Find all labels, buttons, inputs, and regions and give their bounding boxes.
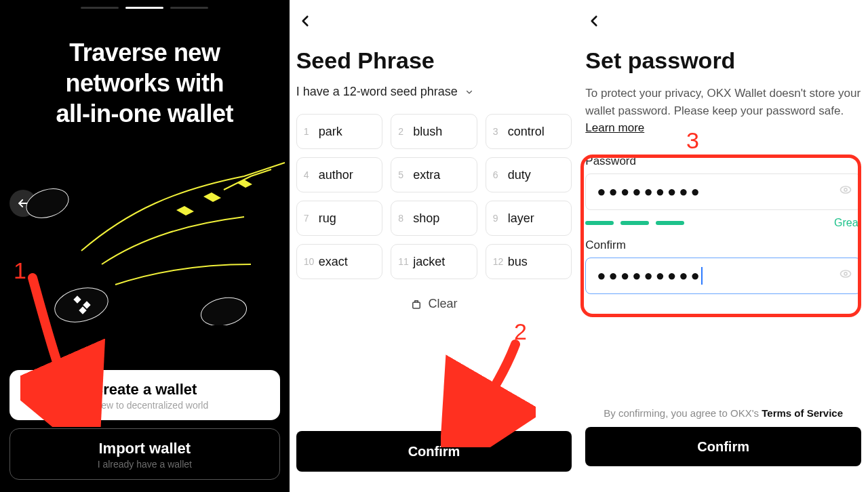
headline: Traverse new networks with all-in-one wa…: [0, 37, 290, 129]
annotation-number: 2: [514, 319, 527, 345]
description: To protect your privacy, OKX Wallet does…: [585, 85, 861, 137]
seed-word-input[interactable]: 5extra: [391, 157, 477, 192]
seed-word: control: [508, 125, 545, 139]
chevron-down-icon: [465, 87, 474, 97]
hero-illustration: [0, 149, 290, 325]
seed-index: 10: [304, 256, 315, 267]
seed-word: layer: [508, 211, 534, 226]
seed-index: 11: [398, 256, 409, 267]
seed-grid: 1park2blush3control4author5extra6duty7ru…: [296, 114, 572, 279]
back-button[interactable]: [585, 12, 603, 33]
page-title: Set password: [585, 47, 861, 74]
clear-icon: [410, 298, 422, 310]
create-wallet-title: Create a wallet: [16, 381, 273, 398]
import-wallet-button[interactable]: Import wallet I already have a wallet: [9, 428, 280, 480]
annotation-box: [580, 155, 861, 317]
headline-line: Traverse new: [20, 37, 269, 68]
seed-word: rug: [319, 211, 336, 226]
learn-more-link[interactable]: Learn more: [585, 121, 644, 134]
step-indicator: [81, 7, 208, 9]
screen-onboarding: Traverse new networks with all-in-one wa…: [0, 0, 290, 492]
clear-button[interactable]: Clear: [296, 297, 572, 311]
seed-word: duty: [508, 168, 531, 182]
seed-word: jacket: [413, 255, 445, 269]
seed-index: 9: [493, 213, 504, 224]
seed-word-input[interactable]: 12bus: [486, 244, 572, 279]
confirm-button[interactable]: Confirm: [296, 431, 572, 472]
seed-index: 3: [493, 126, 504, 137]
seed-word-input[interactable]: 7rug: [296, 201, 383, 236]
seed-word: blush: [413, 125, 442, 139]
svg-point-1: [51, 283, 111, 325]
seed-word-input[interactable]: 3control: [486, 114, 572, 149]
seed-word: bus: [508, 255, 528, 269]
seed-index: 8: [398, 213, 409, 224]
phrase-length-label: I have a 12-word seed phrase: [296, 85, 458, 99]
seed-index: 12: [493, 256, 504, 267]
seed-index: 2: [398, 126, 409, 137]
seed-word-input[interactable]: 9layer: [486, 201, 572, 236]
seed-index: 6: [493, 169, 504, 180]
seed-word-input[interactable]: 11jacket: [391, 244, 477, 279]
seed-word-input[interactable]: 2blush: [391, 114, 477, 149]
annotation-number: 1: [14, 258, 26, 284]
create-wallet-sub: I'm new to decentralized world: [16, 400, 273, 411]
annotation-number: 3: [686, 127, 699, 154]
description-text: To protect your privacy, OKX Wallet does…: [585, 87, 861, 117]
seed-word-input[interactable]: 10exact: [296, 244, 383, 279]
tos-text: By confirming, you agree to OKX's Terms …: [585, 407, 861, 419]
create-wallet-button[interactable]: Create a wallet I'm new to decentralized…: [9, 370, 280, 420]
seed-word-input[interactable]: 6duty: [486, 157, 572, 192]
headline-line: all-in-one wallet: [20, 98, 269, 129]
seed-index: 5: [398, 169, 409, 180]
screen-seed-phrase: Seed Phrase I have a 12-word seed phrase…: [290, 0, 579, 492]
back-button[interactable]: [296, 12, 314, 33]
seed-word: park: [319, 125, 342, 139]
import-wallet-sub: I already have a wallet: [17, 459, 273, 470]
seed-word: extra: [413, 168, 440, 182]
chevron-left-icon: [585, 12, 603, 30]
chevron-left-icon: [296, 12, 314, 30]
phrase-length-select[interactable]: I have a 12-word seed phrase: [296, 85, 572, 99]
confirm-label: Confirm: [408, 444, 460, 459]
svg-rect-6: [413, 302, 420, 308]
seed-index: 7: [304, 213, 315, 224]
seed-word: author: [319, 168, 353, 182]
seed-word-input[interactable]: 4author: [296, 157, 383, 192]
page-title: Seed Phrase: [296, 47, 572, 74]
svg-point-0: [22, 184, 72, 223]
confirm-btn-label: Confirm: [697, 439, 749, 455]
seed-word: shop: [413, 211, 439, 226]
import-wallet-title: Import wallet: [17, 440, 273, 457]
seed-index: 1: [304, 126, 315, 137]
clear-label: Clear: [428, 297, 457, 311]
seed-index: 4: [304, 169, 315, 180]
hand-illustration-icon: [0, 149, 289, 325]
seed-word: exact: [319, 255, 348, 269]
svg-point-2: [199, 293, 250, 325]
seed-word-input[interactable]: 1park: [296, 114, 383, 149]
seed-word-input[interactable]: 8shop: [391, 201, 477, 236]
confirm-button[interactable]: Confirm: [585, 427, 861, 466]
tos-prefix: By confirming, you agree to OKX's: [604, 407, 762, 419]
tos-link[interactable]: Terms of Service: [762, 407, 843, 419]
headline-line: networks with: [20, 68, 269, 98]
